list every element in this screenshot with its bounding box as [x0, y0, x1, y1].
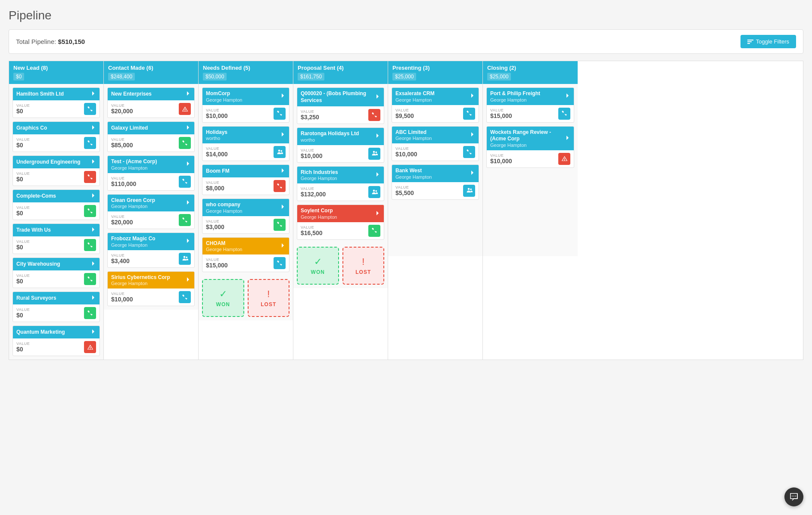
card-icon-rarotonga-holidays[interactable] [368, 148, 380, 160]
card-header-city-warehousing[interactable]: City Warehousing [13, 258, 100, 270]
card-arrow-quantum-marketing[interactable] [90, 329, 96, 336]
card-header-sirius-cybernetics[interactable]: Sirius Cybernetics CorpGeorge Hampton [108, 272, 194, 289]
card-arrow-wockets-range-review[interactable] [564, 135, 570, 142]
card-header-holidays[interactable]: Holidayswortho [202, 127, 289, 144]
card-header-who-company[interactable]: who companyGeorge Hampton [202, 199, 289, 216]
card-icon-exsalerate-crm[interactable] [463, 108, 475, 120]
card-arrow-rich-industries[interactable] [374, 171, 380, 179]
card-boom-fm: Boom FM VALUE $8,000 [202, 164, 289, 195]
card-header-boom-fm[interactable]: Boom FM [202, 165, 289, 177]
card-header-frobozz-magic[interactable]: Frobozz Magic CoGeorge Hampton [108, 233, 194, 250]
column-body-contact-made: New Enterprises VALUE $20,000 Galaxy Lim… [104, 84, 198, 310]
card-arrow-graphics-co[interactable] [90, 124, 96, 132]
card-icon-choam[interactable] [274, 257, 286, 269]
card-icon-rural-surveyors[interactable] [84, 307, 96, 319]
card-icon-new-enterprises[interactable] [179, 103, 191, 115]
card-icon-underground-eng[interactable] [84, 171, 96, 183]
card-header-rarotonga-holidays[interactable]: Rarotonga Holidays Ltdwortho [297, 128, 384, 145]
card-header-trade-with-us[interactable]: Trade With Us [13, 224, 100, 236]
card-icon-test-acme[interactable] [179, 176, 191, 188]
card-arrow-rarotonga-holidays[interactable] [374, 133, 380, 140]
card-arrow-sirius-cybernetics[interactable] [185, 276, 191, 284]
card-icon-hamilton-smith[interactable] [84, 103, 96, 115]
card-arrow-bank-west[interactable] [469, 170, 475, 177]
card-arrow-frobozz-magic[interactable] [185, 238, 191, 245]
card-icon-momcorp[interactable] [274, 108, 286, 120]
card-icon-sirius-cybernetics[interactable] [179, 291, 191, 303]
card-icon-quantum-marketing[interactable] [84, 341, 96, 353]
card-icon-complete-coms[interactable] [84, 205, 96, 217]
card-header-soylent-corp[interactable]: Soylent CorpGeorge Hampton [297, 205, 384, 222]
card-arrow-momcorp[interactable] [280, 93, 286, 100]
card-header-bank-west[interactable]: Bank WestGeorge Hampton [392, 165, 479, 182]
card-header-wockets-range-review[interactable]: Wockets Range Review - (Acme CorpGeorge … [487, 127, 574, 150]
card-arrow-q000020-bobs[interactable] [374, 93, 380, 101]
card-header-port-philip-freight[interactable]: Port & Philip FreightGeorge Hampton [487, 88, 574, 105]
card-arrow-rural-surveyors[interactable] [90, 295, 96, 302]
card-header-complete-coms[interactable]: Complete-Coms [13, 190, 100, 202]
card-arrow-exsalerate-crm[interactable] [469, 93, 475, 100]
card-header-q000020-bobs[interactable]: Q000020 - (Bobs Plumbing Services [297, 88, 384, 106]
card-header-clean-green-corp[interactable]: Clean Green CorpGeorge Hampton [108, 195, 194, 212]
card-header-hamilton-smith[interactable]: Hamilton Smith Ltd [13, 88, 100, 100]
card-arrow-who-company[interactable] [280, 204, 286, 211]
card-header-galaxy-limited[interactable]: Galaxy Limited [108, 122, 194, 134]
card-city-warehousing: City Warehousing VALUE $0 [12, 258, 100, 288]
card-icon-rich-industries[interactable] [368, 186, 380, 198]
won-drop-zone[interactable]: ✓ WON [202, 279, 244, 317]
card-icon-holidays[interactable] [274, 146, 286, 158]
card-header-choam[interactable]: CHOAMGeorge Hampton [202, 238, 289, 255]
card-arrow-hamilton-smith[interactable] [90, 90, 96, 98]
card-icon-q000020-bobs[interactable] [368, 109, 380, 121]
lost-drop-zone[interactable]: ! LOST [342, 247, 385, 285]
card-header-graphics-co[interactable]: Graphics Co [13, 122, 100, 134]
card-value-complete-coms: $0 [16, 210, 30, 217]
card-arrow-soylent-corp[interactable] [374, 210, 380, 217]
card-body-sirius-cybernetics: VALUE $10,000 [108, 289, 194, 306]
card-arrow-underground-eng[interactable] [90, 158, 96, 166]
card-icon-graphics-co[interactable] [84, 137, 96, 149]
toggle-filters-button[interactable]: Toggle Filters [740, 35, 796, 48]
card-icon-abc-limited[interactable] [463, 146, 475, 158]
card-header-underground-eng[interactable]: Underground Engineering [13, 156, 100, 168]
card-icon-boom-fm[interactable] [274, 180, 286, 192]
card-header-test-acme[interactable]: Test - (Acme Corp)George Hampton [108, 156, 194, 173]
won-drop-zone[interactable]: ✓ WON [297, 247, 339, 285]
card-icon-who-company[interactable] [274, 219, 286, 231]
card-arrow-test-acme[interactable] [185, 161, 191, 168]
svg-rect-1 [747, 41, 752, 42]
card-header-rich-industries[interactable]: Rich IndustriesGeorge Hampton [297, 167, 384, 184]
card-header-rural-surveyors[interactable]: Rural Surveyors [13, 292, 100, 304]
card-arrow-city-warehousing[interactable] [90, 261, 96, 268]
card-arrow-clean-green-corp[interactable] [185, 199, 191, 207]
card-arrow-trade-with-us[interactable] [90, 226, 96, 234]
card-title-block-sirius-cybernetics: Sirius Cybernetics CorpGeorge Hampton [111, 274, 170, 286]
card-header-abc-limited[interactable]: ABC LimitedGeorge Hampton [392, 127, 479, 144]
card-arrow-holidays[interactable] [280, 131, 286, 139]
card-value-label-quantum-marketing: VALUE [16, 341, 30, 346]
card-header-exsalerate-crm[interactable]: Exsalerate CRMGeorge Hampton [392, 88, 479, 105]
card-icon-city-warehousing[interactable] [84, 273, 96, 285]
lost-drop-zone[interactable]: ! LOST [248, 279, 290, 317]
svg-point-8 [375, 152, 377, 153]
card-header-momcorp[interactable]: MomCorpGeorge Hampton [202, 88, 289, 105]
card-arrow-abc-limited[interactable] [469, 131, 475, 139]
card-icon-trade-with-us[interactable] [84, 239, 96, 251]
card-arrow-galaxy-limited[interactable] [185, 124, 191, 132]
card-arrow-port-philip-freight[interactable] [564, 93, 570, 100]
card-who-company: who companyGeorge Hampton VALUE $3,000 [202, 199, 289, 234]
card-icon-galaxy-limited[interactable] [179, 137, 191, 149]
card-header-quantum-marketing[interactable]: Quantum Marketing [13, 326, 100, 338]
card-header-new-enterprises[interactable]: New Enterprises [108, 88, 194, 100]
card-arrow-new-enterprises[interactable] [185, 90, 191, 98]
card-arrow-choam[interactable] [280, 242, 286, 250]
card-icon-clean-green-corp[interactable] [179, 214, 191, 226]
card-value-label-holidays: VALUE [206, 146, 228, 151]
card-icon-wockets-range-review[interactable] [558, 153, 570, 165]
card-arrow-complete-coms[interactable] [90, 192, 96, 200]
card-arrow-boom-fm[interactable] [280, 168, 286, 175]
card-icon-port-philip-freight[interactable] [558, 108, 570, 120]
card-icon-bank-west[interactable] [463, 185, 475, 197]
card-icon-soylent-corp[interactable] [368, 225, 380, 237]
card-icon-frobozz-magic[interactable] [179, 253, 191, 265]
